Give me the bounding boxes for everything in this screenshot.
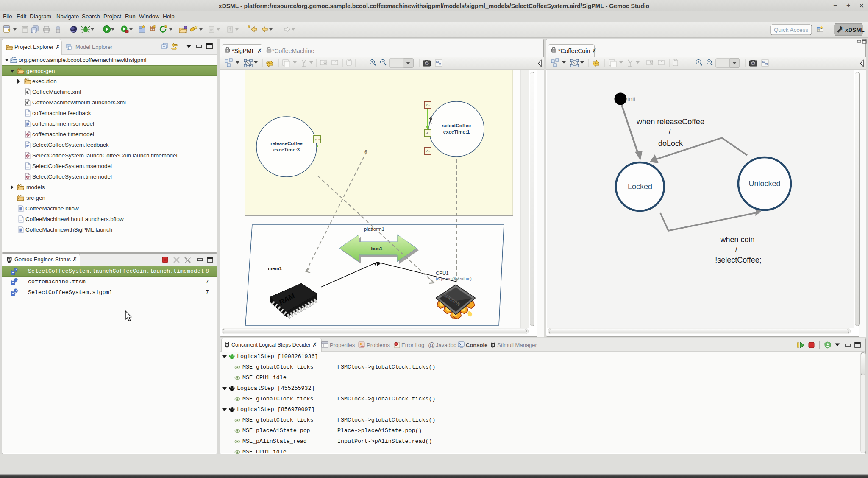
svg-text:@: @ (428, 341, 435, 349)
svg-text:when releaseCoffee: when releaseCoffee (636, 117, 704, 126)
svg-text:/: / (735, 246, 737, 254)
svg-text:pA...: pA... (426, 150, 430, 152)
svg-text:/: / (668, 128, 670, 136)
svg-text:pA.3in: pA.3in (315, 138, 321, 141)
svg-text:CPU1: CPU1 (436, 271, 449, 276)
svg-text:Locked: Locked (628, 182, 652, 191)
svg-text:init: init (627, 95, 636, 103)
svg-text:!selectCoffee;: !selectCoffee; (715, 256, 762, 264)
svg-text:(is preemptive=true): (is preemptive=true) (436, 276, 472, 281)
svg-text:mem1: mem1 (268, 266, 282, 271)
svg-text:pA...: pA... (426, 132, 430, 134)
svg-text:Quick Access: Quick Access (774, 27, 808, 33)
svg-text:bus1: bus1 (371, 246, 383, 251)
svg-text:execTime:3: execTime:3 (273, 147, 300, 152)
svg-text:selectCoffee: selectCoffee (442, 123, 471, 128)
svg-text:Unlocked: Unlocked (748, 179, 780, 188)
svg-text:platform1: platform1 (364, 226, 384, 232)
svg-text:doLock: doLock (658, 139, 683, 148)
svg-text:pA...: pA... (426, 103, 430, 106)
svg-text:releaseCoffee: releaseCoffee (270, 141, 302, 146)
svg-text:when coin: when coin (720, 235, 754, 244)
svg-text:xDSML: xDSML (845, 27, 865, 33)
svg-text:execTime:1: execTime:1 (443, 129, 470, 134)
